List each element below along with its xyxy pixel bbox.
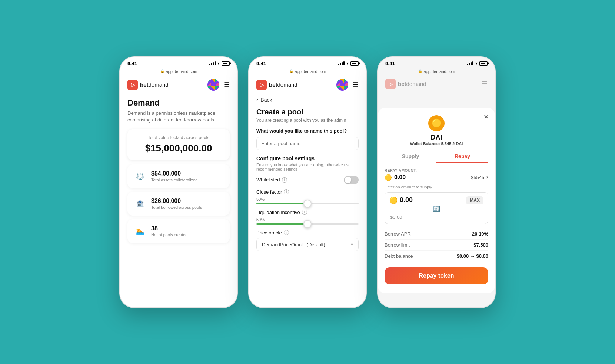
status-bar-3: 9:41 ▾: [378, 57, 495, 69]
back-label: Back: [260, 97, 272, 103]
signal-icon-2: [338, 61, 345, 65]
close-factor-container: Close factor i 50%: [256, 189, 359, 204]
tab-repay[interactable]: Repay: [436, 150, 488, 163]
token-header: 🟡 DAI Wallet Balance: 5,545.2 DAI: [385, 115, 488, 146]
stat-amount-1: $26,00,000: [151, 198, 202, 204]
avatar-1[interactable]: [207, 79, 219, 91]
close-modal-button[interactable]: ✕: [483, 113, 489, 121]
stat-card-2: 🏊 38 No. of pools created: [127, 219, 230, 243]
convert-icon: 🔄: [389, 205, 483, 212]
tab-supply[interactable]: Supply: [385, 150, 436, 163]
input-amount-row: 🟡 0.00 MAX: [389, 196, 483, 204]
wifi-icon-2: ▾: [346, 61, 349, 66]
stat-card-0: ⚖️ $54,00,000 Total assets collateralize…: [127, 164, 230, 188]
close-factor-info-icon[interactable]: i: [284, 189, 289, 194]
back-nav[interactable]: ‹ Back: [249, 94, 366, 108]
repay-coin-icon: 🟡: [385, 174, 392, 181]
stat-icon-0: ⚖️: [133, 170, 147, 183]
stat-info-0: $54,00,000 Total assets collateralized: [151, 170, 197, 182]
logo-1: ▷ betdemand: [127, 80, 169, 90]
app-header-2: ▷ betdemand ☰: [249, 76, 366, 94]
whitelisted-info-icon[interactable]: i: [282, 177, 287, 183]
repay-amount-usd: $5545.2: [471, 175, 488, 180]
avatar-2[interactable]: [336, 79, 348, 91]
close-factor-thumb[interactable]: [303, 200, 312, 208]
wifi-icon-1: ▾: [217, 61, 220, 66]
stat-icon-2: 🏊: [133, 224, 147, 238]
url-text-1: app.demand.com: [166, 69, 197, 74]
borrow-limit-value: $7,500: [473, 242, 488, 248]
amount-left: 🟡 0.00: [385, 174, 406, 181]
phone-1: 9:41 ▾ 🔒 app.demand.com ▷ betdemand: [119, 56, 238, 308]
logo-icon-3: ▷: [385, 79, 396, 89]
liquidation-thumb[interactable]: [303, 220, 312, 228]
tvl-card: Total value locked across pools $15,000,…: [127, 129, 230, 160]
logo-text-1: betdemand: [140, 81, 169, 88]
status-bar-2: 9:41 ▾: [249, 57, 366, 69]
max-button[interactable]: MAX: [466, 196, 483, 204]
url-text-3: app.demand.com: [424, 69, 455, 74]
repay-amount-row: 🟡 0.00 $5545.2: [385, 174, 488, 181]
pool-name-input[interactable]: [256, 137, 359, 150]
stat-info-1: $26,00,000 Total borrowed across pools: [151, 198, 202, 210]
close-factor-track: [256, 203, 359, 204]
liquidation-info-icon[interactable]: i: [302, 210, 307, 215]
url-bar-1: 🔒 app.demand.com: [120, 69, 237, 76]
repay-token-button[interactable]: Repay token: [385, 267, 488, 284]
back-arrow: ‹: [256, 97, 258, 103]
liquidation-label: Liquidation incentive: [256, 210, 300, 215]
debt-balance-row: Debt balance $0.00 → $0.00: [385, 251, 488, 261]
stat-info-2: 38 No. of pools created: [151, 225, 187, 237]
debt-to: $0.00: [476, 253, 488, 259]
debt-balance-label: Debt balance: [385, 253, 413, 259]
screen2-content: Create a pool You are creating a pool wi…: [249, 108, 366, 307]
close-factor-fill: [256, 203, 308, 204]
status-icons-3: ▾: [467, 61, 488, 66]
wallet-balance-label: Wallet Balance:: [410, 141, 440, 146]
logo-text-2: betdemand: [269, 81, 297, 88]
create-subtitle: You are creating a pool with you as the …: [256, 118, 359, 123]
menu-icon-3[interactable]: ☰: [482, 80, 488, 88]
menu-icon-2[interactable]: ☰: [353, 81, 359, 89]
whitelisted-toggle[interactable]: [344, 176, 359, 184]
borrow-apr-value: 20.10%: [472, 231, 488, 237]
menu-icon-1[interactable]: ☰: [224, 81, 230, 89]
whitelisted-row: Whitelisted i: [256, 176, 359, 184]
borrow-limit-label: Borrow limit: [385, 242, 410, 248]
time-1: 9:41: [127, 61, 137, 66]
phone-2: 9:41 ▾ 🔒 app.demand.com ▷ betdemand: [248, 56, 367, 308]
token-icon: 🟡: [428, 115, 445, 131]
info-rows: Borrow APR 20.10% Borrow limit $7,500 De…: [385, 228, 488, 261]
page-title-1: Demand: [127, 98, 230, 108]
price-oracle-select[interactable]: DemandPriceOracle (Default) ▾: [256, 238, 359, 251]
repay-amount-value: 0.00: [394, 174, 406, 181]
pool-name-section: What would you like to name this pool?: [256, 128, 359, 150]
borrow-apr-label: Borrow APR: [385, 231, 411, 237]
input-row: 🟡 0.00 MAX 🔄 $0.00: [385, 192, 488, 224]
app-header-3: ▷ betdemand ☰: [378, 76, 495, 93]
input-coin-icon: 🟡: [389, 196, 398, 204]
close-factor-label: Close factor: [256, 189, 282, 195]
logo-icon-2: ▷: [256, 80, 267, 90]
status-icons-2: ▾: [338, 61, 359, 66]
price-oracle-value: DemandPriceOracle (Default): [262, 242, 325, 247]
debt-arrow: →: [470, 253, 475, 259]
borrow-limit-row: Borrow limit $7,500: [385, 240, 488, 251]
logo-text-3: betdemand: [398, 81, 426, 87]
input-amount: 0.00: [400, 196, 413, 204]
header-right-3: ☰: [482, 80, 488, 88]
liquidation-container: Liquidation incentive i 50%: [256, 210, 359, 225]
pool-name-question: What would you like to name this pool?: [256, 128, 359, 134]
signal-icon-3: [467, 61, 473, 65]
battery-icon-3: [479, 61, 488, 66]
whitelisted-text: Whitelisted: [256, 177, 280, 183]
repay-amount-label: REPAY AMOUNT:: [385, 168, 488, 173]
wifi-icon-3: ▾: [475, 61, 478, 66]
chevron-down-icon: ▾: [351, 242, 353, 247]
wallet-balance: Wallet Balance: 5,545.2 DAI: [385, 141, 488, 146]
price-oracle-info-icon[interactable]: i: [284, 230, 289, 235]
url-bar-2: 🔒 app.demand.com: [249, 69, 366, 76]
debt-from: $0.00: [457, 253, 469, 259]
tabs-row: Supply Repay: [385, 150, 488, 163]
signal-icon-1: [209, 61, 216, 65]
